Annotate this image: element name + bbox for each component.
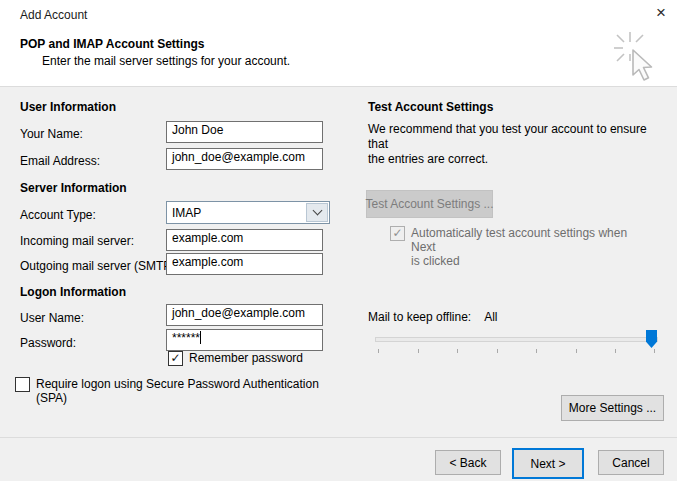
dialog-header: Add Account × POP and IMAP Account Setti… — [0, 0, 677, 87]
password-value: ****** — [172, 331, 200, 345]
offline-mail-label: Mail to keep offline: — [368, 310, 471, 324]
text-caret — [200, 331, 201, 344]
footer-divider — [0, 437, 677, 438]
chevron-down-icon — [312, 206, 322, 216]
offline-mail-slider-track[interactable] — [375, 337, 658, 342]
slider-tick — [497, 349, 498, 353]
account-type-label: Account Type: — [20, 208, 96, 222]
offline-mail-row: Mail to keep offline: All — [368, 310, 498, 324]
checkbox-box[interactable]: ✓ — [168, 351, 183, 366]
page-subtitle: Enter the mail server settings for your … — [42, 54, 290, 68]
server-information-heading: Server Information — [20, 181, 127, 195]
back-button[interactable]: < Back — [435, 450, 501, 475]
checkbox-box[interactable]: ✓ — [390, 226, 405, 241]
password-label: Password: — [20, 336, 76, 350]
slider-tick — [378, 349, 379, 353]
incoming-server-label: Incoming mail server: — [20, 234, 134, 248]
spa-checkbox[interactable]: Require logon using Secure Password Auth… — [15, 377, 345, 405]
account-type-select[interactable]: IMAP — [166, 201, 330, 224]
close-icon[interactable]: × — [656, 3, 666, 23]
incoming-server-input[interactable]: example.com — [166, 229, 323, 251]
checkbox-box[interactable] — [15, 377, 30, 392]
window-title: Add Account — [20, 8, 87, 22]
offline-mail-slider-thumb[interactable] — [646, 330, 657, 348]
spa-label: Require logon using Secure Password Auth… — [36, 377, 319, 405]
outgoing-server-label: Outgoing mail server (SMTP): — [20, 259, 179, 273]
check-icon: ✓ — [170, 352, 180, 364]
remember-password-label: Remember password — [189, 351, 303, 365]
test-account-heading: Test Account Settings — [368, 100, 493, 114]
check-icon: ✓ — [392, 227, 402, 239]
more-settings-button[interactable]: More Settings ... — [561, 395, 664, 421]
slider-tick — [418, 349, 419, 353]
add-account-dialog: Add Account × POP and IMAP Account Setti… — [0, 0, 677, 481]
email-address-label: Email Address: — [20, 154, 100, 168]
slider-tick — [576, 349, 577, 353]
email-address-input[interactable]: john_doe@example.com — [166, 148, 323, 170]
logon-information-heading: Logon Information — [20, 285, 126, 299]
offline-mail-value: All — [484, 310, 497, 324]
next-button[interactable]: Next > — [512, 448, 584, 479]
user-name-label: User Name: — [20, 311, 84, 325]
slider-tick — [615, 349, 616, 353]
your-name-input[interactable]: John Doe — [166, 121, 323, 143]
slider-tick — [536, 349, 537, 353]
your-name-label: Your Name: — [20, 127, 83, 141]
cancel-button[interactable]: Cancel — [598, 450, 664, 475]
user-information-heading: User Information — [20, 100, 116, 114]
remember-password-checkbox[interactable]: ✓ Remember password — [168, 351, 303, 366]
account-type-value: IMAP — [167, 206, 306, 220]
auto-test-label: Automatically test account settings when… — [411, 226, 650, 268]
test-account-description: We recommend that you test your account … — [368, 122, 668, 167]
slider-tick — [654, 349, 655, 353]
outgoing-server-input[interactable]: example.com — [166, 253, 323, 275]
user-name-input[interactable]: john_doe@example.com — [166, 304, 323, 326]
account-type-dropdown-button[interactable] — [306, 203, 328, 222]
test-account-settings-button[interactable]: Test Account Settings ... — [366, 190, 493, 218]
page-title: POP and IMAP Account Settings — [20, 37, 204, 51]
cursor-click-graphic — [609, 28, 667, 84]
password-input[interactable]: ****** — [166, 329, 323, 351]
slider-tick — [457, 349, 458, 353]
auto-test-checkbox[interactable]: ✓ Automatically test account settings wh… — [390, 226, 650, 268]
